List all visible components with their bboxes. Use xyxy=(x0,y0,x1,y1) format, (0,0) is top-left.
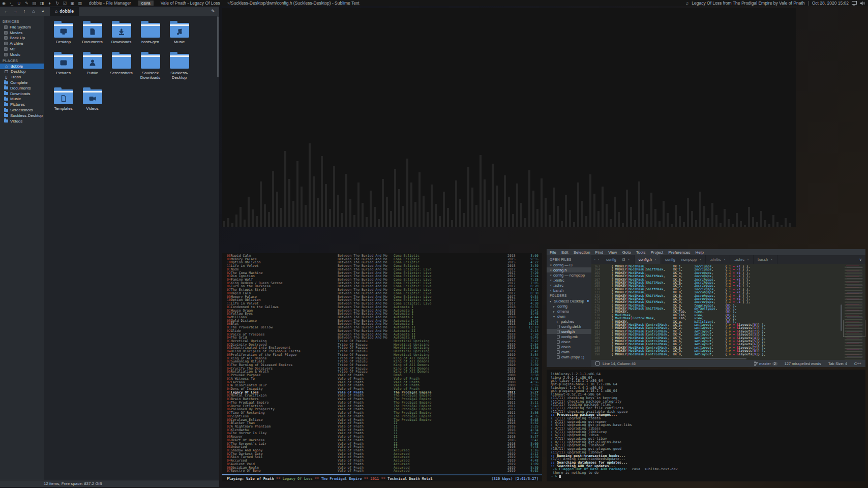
playlist-row[interactable]: 02Divinity DestroyedTribe Of PazuzuHeret… xyxy=(222,343,542,347)
playlist-row[interactable]: 01Shadow And AgonyVale of PnathAccursed2… xyxy=(222,449,542,452)
playlist-row[interactable]: 08Rapid CalmBetween The Buried And MeCom… xyxy=(222,254,542,258)
playlist-row[interactable]: 08SightlessVale of PnathThe Prodigal Emp… xyxy=(222,415,542,418)
tab-size-status[interactable]: Tab Size: 4 xyxy=(828,361,847,366)
sidebar-place-videos[interactable]: Videos xyxy=(0,118,44,124)
tab-history-arrows[interactable]: ‹› xyxy=(591,255,602,264)
playlist-row[interactable]: 01The Proverbial BellowBetween The Burie… xyxy=(222,326,542,329)
back-button[interactable]: ← xyxy=(2,8,10,15)
playlist-row[interactable]: 04AccursedVale of PnathAccursed20194:48 xyxy=(222,459,542,463)
open-file-config-ncmpcpp[interactable]: ×config — ncmpcpp xyxy=(547,272,591,278)
window-title[interactable]: ~/Suckless-Desktop/dwm/config.h (Suckles… xyxy=(227,1,360,6)
playlist-row[interactable]: 03Voice of TrespassBetween The Buried An… xyxy=(222,333,542,337)
close-tab-icon[interactable]: × xyxy=(628,258,630,261)
open-file-.xinitrc[interactable]: ×.xinitrc xyxy=(547,278,591,283)
close-file-icon[interactable]: × xyxy=(550,268,552,272)
minimap[interactable] xyxy=(843,264,865,360)
playlist-row[interactable]: 10Option OblivionBetween The Buried And … xyxy=(222,298,542,302)
playlist-row[interactable]: 02The Coma MachineBetween The Buried And… xyxy=(222,271,542,275)
folder-public[interactable]: Public xyxy=(78,51,107,80)
playlist-row[interactable]: 02A Nightmare PhantasmVale of PnathII201… xyxy=(222,425,542,429)
playlist-row[interactable]: 04Crucify the DeceiversTribe Of PazuzuKi… xyxy=(222,367,542,371)
folder-suckless-desktop[interactable]: Suckless-Desktop xyxy=(165,51,194,80)
sidebar-place-trash[interactable]: ▯Trash xyxy=(0,74,44,80)
menu-selection[interactable]: Selection xyxy=(574,250,590,255)
playlist-row[interactable]: 08UnburiedVale of PnathII20167:48 xyxy=(222,445,542,449)
tab-dobbie[interactable]: ⌂ dobbie xyxy=(50,7,79,16)
playlist-row[interactable]: 02Summoning RitualsTribe Of PazuzuKing o… xyxy=(222,360,542,363)
tree-item-dwm[interactable]: dwm xyxy=(547,349,591,354)
open-file-config.h[interactable]: ×config.h xyxy=(547,267,591,272)
playlist-row[interactable]: 01Blacker ThanVale of PnathII20165:52 xyxy=(222,421,542,425)
tree-item-config.h[interactable]: config.h xyxy=(547,329,591,334)
playlist-row[interactable]: 06BlotBetween The Buried And MeAutomata … xyxy=(222,322,542,326)
playlist-row[interactable]: 09Cerulean EclipseVale of PnathThe Prodi… xyxy=(222,418,542,422)
menu-edit[interactable]: Edit xyxy=(561,250,568,255)
menu-view[interactable]: View xyxy=(608,250,617,255)
close-tab-icon[interactable]: × xyxy=(699,258,701,261)
terminal-icon[interactable]: ›_ xyxy=(8,1,15,6)
playlist-row[interactable]: 04The Horror In ClayVale of PnathII20163… xyxy=(222,432,542,435)
checkbox-icon[interactable]: ☑ xyxy=(61,1,69,6)
playlist-row[interactable]: 04Blind Disciples of Poisonous FaithsTri… xyxy=(222,350,542,353)
open-file-config-i3[interactable]: ×config — i3 xyxy=(547,262,591,267)
playlist-row[interactable]: 07The Ectopic StrollBetween The Buried A… xyxy=(222,288,542,292)
git-branch-status[interactable]: master 2 xyxy=(754,361,777,366)
sidebar-place-complete[interactable]: Complete xyxy=(0,80,44,85)
sidebar-device-file-system[interactable]: File System xyxy=(0,24,44,30)
menu-find[interactable]: Find xyxy=(595,250,604,255)
playlist-row[interactable]: 01NodeBetween The Buried And MeComa Ecli… xyxy=(222,268,542,271)
sidebar-device-music[interactable]: Music xyxy=(0,52,44,57)
playlist-row[interactable]: 07The Serpent's LairVale of PnathII20165… xyxy=(222,442,542,446)
forward-button[interactable]: → xyxy=(11,8,19,15)
pencil-icon[interactable]: ✎ xyxy=(23,1,31,6)
tree-item-config.mk[interactable]: config.mk xyxy=(547,334,591,339)
window-title[interactable]: dobbie - File Manager xyxy=(89,1,131,6)
playlist-row[interactable]: 05ReaverVale of PnathII20165:37 xyxy=(222,435,542,439)
tree-item-dwm-copy-1-[interactable]: dwm (copy 1) xyxy=(547,354,591,359)
playlist-row[interactable]: 03KlendathuVale of PnathII20164:34 xyxy=(222,429,542,432)
edit-toolbar-icon[interactable]: ✎ xyxy=(209,8,217,15)
expand-arrow-icon[interactable]: ▸ xyxy=(557,320,559,323)
editor-vertical-scrollbar[interactable] xyxy=(841,304,842,331)
folder-templates[interactable]: Templates xyxy=(49,87,78,111)
sidebar-device-back-up[interactable]: Back Up xyxy=(0,36,44,41)
expand-arrow-icon[interactable]: ▸ xyxy=(553,310,556,313)
playlist-row[interactable]: 03Skin Turned SoilVale of PnathAccursed2… xyxy=(222,455,542,459)
editor-tab-config-ncmpcpp[interactable]: config — ncmpcpp× xyxy=(661,255,706,264)
playlist-row[interactable]: 10Option OblivionBetween The Buried And … xyxy=(222,261,542,264)
menu-file[interactable]: File xyxy=(550,250,556,255)
playlist-row[interactable]: 02GlideBetween The Buried And MeAutomata… xyxy=(222,329,542,333)
folder-icon[interactable]: ▤ xyxy=(31,1,38,6)
playlist-row[interactable]: 04MillionsBetween The Buried And MeAutom… xyxy=(222,316,542,319)
folder-music[interactable]: Music xyxy=(165,20,194,44)
playlist-row[interactable]: 01A Witness ToVale of PnathVale of Pnath… xyxy=(222,377,542,381)
expand-arrow-icon[interactable]: ▾ xyxy=(550,299,552,303)
sidebar-place-suckless-desktop[interactable]: Suckless-Desktop xyxy=(0,113,44,118)
editor-tab-config-i3[interactable]: config — i3× xyxy=(602,255,635,264)
playlist-row[interactable]: 05Gold DistanceBetween The Buried And Me… xyxy=(222,319,542,323)
playlist-row[interactable]: 07Spectre Of BoneVale of PnathAccursed20… xyxy=(222,469,542,473)
terminal-window[interactable]: libbluray-1.2.1-1-x86_64libva-2.9.1-1-x8… xyxy=(547,370,865,481)
close-file-icon[interactable]: × xyxy=(550,273,552,277)
tree-item-drw.c[interactable]: drw.c xyxy=(547,339,591,344)
playlist-row[interactable]: 01Provoke PurposeVale of PnathDemo20083:… xyxy=(222,374,542,377)
folder-screenshots[interactable]: Screenshots xyxy=(107,51,136,80)
menu-help[interactable]: Help xyxy=(695,250,703,255)
sidebar-place-downloads[interactable]: Downloads xyxy=(0,91,44,97)
letter-u-icon[interactable]: U xyxy=(15,1,23,6)
playlist-row[interactable]: 05Retaliation & WrathTribe Of PazuzuKing… xyxy=(222,370,542,374)
display-grid-icon[interactable]: ▣ xyxy=(69,1,76,6)
window-title[interactable]: cava xyxy=(138,1,154,6)
editor-tab-bar.sh[interactable]: bar.sh× xyxy=(754,255,777,264)
playlist-row[interactable]: 09Memory PalaceBetween The Buried And Me… xyxy=(222,258,542,261)
tree-item-dmenu[interactable]: ▸dmenu xyxy=(547,309,591,314)
playlist-row[interactable]: 04The Prodigal EmpireVale of PnathThe Pr… xyxy=(222,401,542,405)
folder-documents[interactable]: Documents xyxy=(78,20,107,44)
panel-icon[interactable]: ▥ xyxy=(76,1,84,6)
playlist-row[interactable]: 02CarcassVale of PnathVale of Pnath20084… xyxy=(222,381,542,384)
playlist-row[interactable]: 05Borne ExtinctionVale of PnathThe Prodi… xyxy=(222,405,542,408)
sidebar-place-dobbie[interactable]: ⌂dobbie xyxy=(0,64,44,69)
folder-videos[interactable]: Videos xyxy=(78,87,107,111)
menu-project[interactable]: Project xyxy=(650,250,663,255)
vintage-mode-icon[interactable] xyxy=(595,361,600,365)
